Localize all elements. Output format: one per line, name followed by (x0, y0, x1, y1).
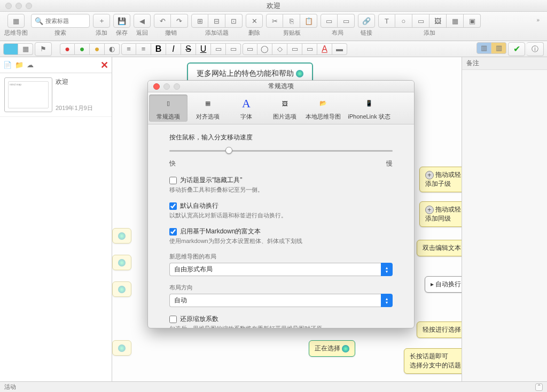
node-drag-child[interactable]: + 拖动或轻 添加子级 (419, 167, 462, 192)
add2-text[interactable]: T (378, 14, 395, 28)
speed-slider[interactable] (169, 145, 393, 156)
n2a: 拖动或轻 (435, 206, 461, 213)
secondary-toolbar: ▦ ⚑ ●●●◐ ≡≡BISU▭▭ ▭◯◇▭▭A▬ ▥▥ ✔ ⓘ (0, 41, 547, 57)
align-left[interactable]: ≡ (121, 43, 136, 55)
link-button[interactable]: 🔗 (358, 14, 375, 28)
strike-button[interactable]: S (181, 43, 196, 55)
close-icon[interactable]: ✕ (100, 59, 108, 71)
layout-button-1[interactable]: ▭ (321, 14, 338, 28)
layout-select[interactable]: 自由形式布局 (169, 263, 393, 276)
preferences-dialog: 常规选项 ▯常规选项 ▦对齐选项 A字体 🖼图片选项 📂本地思维导图 📱iPho… (147, 80, 415, 328)
dialog-body: 按住鼠标，输入分支移动速度 快 慢 为话题显示"隐藏工具" 移动折叠工具和折叠标… (148, 124, 414, 328)
chk-zoom[interactable]: 还原缩放系数 (169, 315, 393, 324)
tb-addtopic-label: 添加话题 (205, 29, 229, 37)
chevron-updown-icon (381, 263, 393, 276)
direction-select[interactable]: 自动 (169, 294, 393, 307)
node-drag-sibling[interactable]: + 拖动或轻 添加同级 (419, 201, 462, 227)
node-dbl-edit[interactable]: 双击编辑文本 (417, 240, 462, 256)
info-button[interactable]: ⓘ (527, 42, 544, 56)
color-picker[interactable]: ◐ (105, 43, 120, 55)
tb-add-label: 添加 (96, 29, 107, 37)
node-long-press[interactable]: 长按话题即可 选择分支中的话题 (404, 348, 462, 374)
window-title: 欢迎 (0, 1, 547, 11)
align-center[interactable]: ≡ (136, 43, 151, 55)
shape-2[interactable]: ◯ (257, 43, 272, 55)
add2-b3[interactable]: ▭ (412, 14, 429, 28)
n1a: 拖动或轻 (435, 171, 461, 178)
statusbar: 活动 (0, 381, 547, 392)
view-mode-1[interactable] (3, 43, 18, 55)
thumb-date: 2019年1月9日 (56, 104, 107, 112)
add2-b6[interactable]: ▣ (464, 14, 481, 28)
faint-node-2[interactable] (112, 255, 131, 270)
add2-b4[interactable]: 🖼 (429, 14, 447, 28)
mindmap-button[interactable]: ▦ (7, 14, 25, 28)
toolbar-overflow-icon[interactable]: » (533, 14, 543, 26)
tab-font[interactable]: A字体 (227, 92, 265, 124)
chk-hide-tool[interactable]: 为话题显示"隐藏工具" (169, 176, 393, 185)
bold-button[interactable]: B (151, 43, 166, 55)
node-auto-wrap[interactable]: ▸ 自动换行 (425, 276, 462, 293)
faint-node-4[interactable] (112, 340, 131, 356)
flag-button[interactable]: ⚑ (35, 42, 52, 56)
layout-button-2[interactable]: ▭ (338, 14, 355, 28)
tab-image[interactable]: 🖼图片选项 (265, 92, 304, 124)
thumbnail-item[interactable]: mind map 欢迎 2019年1月9日 (0, 73, 112, 117)
panel-toggle-2[interactable]: ▥ (491, 42, 506, 54)
chk-md-label: 启用基于Markdown的富文本 (180, 227, 261, 236)
cloud-icon[interactable]: ☁ (27, 61, 34, 69)
underline-button[interactable]: U (196, 43, 211, 55)
redo-button[interactable]: ↷ (171, 14, 188, 28)
add-button[interactable]: ＋ (93, 14, 110, 28)
add-topic-3[interactable]: ⊡ (225, 14, 243, 28)
add-topic-2[interactable]: ⊟ (208, 14, 225, 28)
paste-button[interactable]: 📋 (300, 14, 317, 28)
color-yellow[interactable]: ● (90, 43, 105, 55)
add-topic-1[interactable]: ⊞ (191, 14, 208, 28)
direction-label: 布局方向 (169, 284, 393, 292)
shape-5[interactable]: ▭ (302, 43, 317, 55)
btn-x1[interactable]: ▭ (211, 43, 226, 55)
node-tap-select[interactable]: 轻按进行选择 (417, 322, 462, 338)
fill-color[interactable]: ▬ (332, 43, 347, 55)
check-button[interactable]: ✔ (508, 42, 525, 56)
add2-b5[interactable]: ▦ (447, 14, 464, 28)
btn-x2[interactable]: ▭ (226, 43, 241, 55)
panel-toggle-1[interactable]: ▥ (476, 42, 491, 54)
back-button[interactable]: ◀ (134, 14, 151, 28)
selecting-node[interactable]: 正在选择 (309, 340, 355, 357)
undo-button[interactable]: ↶ (154, 14, 171, 28)
tab-iphone[interactable]: 📱iPhoneLink 状态 (342, 92, 396, 124)
save-button[interactable]: 💾 (113, 14, 130, 28)
shape-1[interactable]: ▭ (243, 43, 257, 55)
faint-node-1[interactable] (112, 228, 131, 244)
search-field[interactable]: 🔍 (31, 14, 90, 28)
slider-fast-label: 快 (169, 159, 176, 168)
folder-icon[interactable]: 📁 (15, 61, 24, 69)
add2-b2[interactable]: ○ (395, 14, 412, 28)
chk-markdown[interactable]: 启用基于Markdown的富文本 (169, 227, 393, 236)
shape-4[interactable]: ▭ (287, 43, 302, 55)
right-panel: 备注 (462, 57, 547, 381)
view-mode-2[interactable]: ▦ (18, 43, 33, 55)
delete-button[interactable]: ✕ (246, 14, 263, 28)
n2b: 添加同级 (425, 215, 451, 222)
chk-wrap[interactable]: 默认自动换行 (169, 201, 393, 210)
cut-button[interactable]: ✂ (266, 14, 283, 28)
color-green[interactable]: ● (75, 43, 90, 55)
tab-general[interactable]: ▯常规选项 (149, 95, 187, 122)
copy-button[interactable]: ⎘ (283, 14, 300, 28)
layout-label: 新思维导图的布局 (169, 253, 393, 261)
disclosure-button[interactable] (535, 383, 543, 391)
tab-local[interactable]: 📂本地思维导图 (304, 92, 342, 124)
doc-icon[interactable]: 📄 (3, 61, 12, 69)
search-input[interactable] (45, 18, 86, 24)
shape-3[interactable]: ◇ (272, 43, 287, 55)
tab-align[interactable]: ▦对齐选项 (189, 92, 227, 124)
color-red[interactable]: ● (60, 43, 75, 55)
folder-icon: 📂 (316, 96, 331, 111)
text-color[interactable]: A (317, 43, 332, 55)
n6b: 选择分支中的话题 (410, 362, 461, 369)
italic-button[interactable]: I (166, 43, 181, 55)
faint-node-3[interactable] (112, 281, 131, 297)
